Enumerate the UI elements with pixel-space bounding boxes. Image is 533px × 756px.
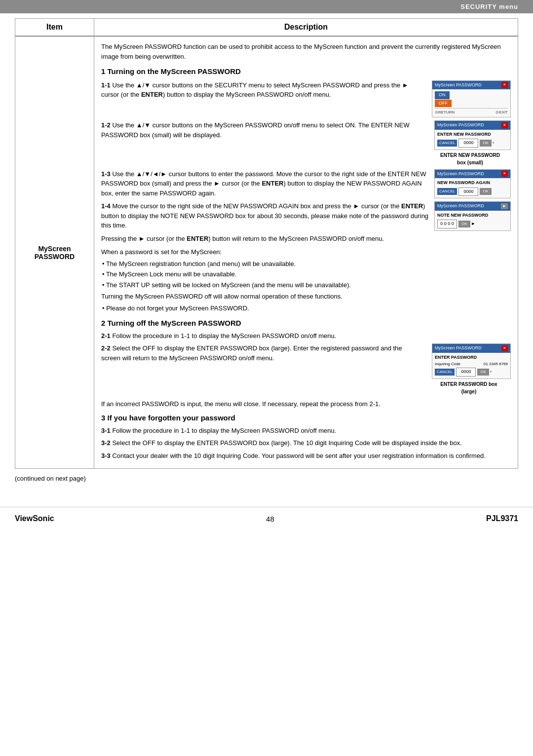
step3-3-text: 3-3 Contact your dealer with the 10 digi… (101, 451, 511, 461)
step1-1-desc: Use the ▲/▼ cursor buttons on the SECURI… (101, 81, 409, 99)
footer-page: 48 (266, 515, 274, 523)
step3-2-block: 3-2 Select the OFF to display the ENTER … (101, 438, 511, 448)
diagram4: MyScreen PASSWORD ► NOTE NEW PASSWORD 0 … (434, 201, 511, 231)
step1-2-prefix: 1-2 (101, 121, 112, 129)
bullet1: • The MyScreen registration function (an… (101, 259, 511, 269)
step3-1-text: 3-1 Follow the procedure in 1-1 to displ… (101, 426, 511, 436)
step1-3-desc: Use the ▲/▼/◄/► cursor buttons to enter … (101, 170, 426, 197)
step3-3-desc: Contact your dealer with the 10 digit In… (112, 452, 486, 459)
diag4-code: 0 0 0 0 (437, 220, 457, 228)
desc-cell: The MyScreen PASSWORD function can be us… (94, 37, 518, 468)
step2-1-desc: Follow the procedure in 1-1 to display t… (112, 332, 336, 340)
step3-2-prefix: 3-2 (101, 439, 112, 447)
diagram5-title: MyScreen PASSWORD ✕ (432, 344, 510, 353)
diagram2: MyScreen PASSWORD ✕ ENTER NEW PASSWORD C… (434, 120, 511, 150)
intro-text: The MyScreen PASSWORD function can be us… (101, 42, 511, 61)
diag2-cancel: CANCEL (437, 140, 457, 147)
step2-1-block: 2-1 Follow the procedure in 1-1 to displ… (101, 331, 511, 341)
diag3-label: NEW PASSWORD AGAIN (437, 180, 508, 187)
incorrect-password-note: If an incorrect PASSWORD is input, the m… (101, 399, 511, 409)
step2-1-text: 2-1 Follow the procedure in 1-1 to displ… (101, 331, 511, 341)
step1-2-block: 1-2 Use the ▲/▼ cursor buttons on the My… (101, 120, 511, 166)
page: SECURITY menu Item Description MyScreen … (0, 0, 533, 756)
step3-2-text: 3-2 Select the OFF to display the ENTER … (101, 438, 511, 448)
main-content: Item Description MyScreen PASSWORD The M… (0, 18, 533, 497)
bullet3: • The START UP setting will be locked on… (101, 280, 511, 290)
header-bar: SECURITY menu (0, 0, 533, 13)
table-header-row: Item Description (15, 19, 518, 37)
step1-4-desc: Move the cursor to the right side of the… (101, 202, 428, 229)
step1-1-text: 1-1 Use the ▲/▼ cursor buttons on the SE… (101, 80, 427, 118)
step1-3-prefix: 1-3 (101, 170, 112, 178)
diag3-code: 0000 (458, 188, 478, 196)
diag5-cancel: CANCEL (435, 369, 455, 376)
diagram5: MyScreen PASSWORD ✕ ENTER PASSWORD Inqui… (432, 343, 511, 379)
diag1-off: OFF (435, 100, 452, 108)
bullet4: • Please do not forget your MyScreen PAS… (101, 303, 511, 313)
step2-2-desc: Select the OFF to display the ENTER PASS… (101, 344, 402, 362)
table-body-row: MyScreen PASSWORD The MyScreen PASSWORD … (15, 37, 518, 468)
step1-4-block: 1-4 Move the cursor to the right side of… (101, 201, 511, 231)
step1-1-block: 1-1 Use the ▲/▼ cursor buttons on the SE… (101, 80, 511, 118)
diagram4-body: NOTE NEW PASSWORD 0 0 0 0 OK ► (435, 211, 510, 230)
step3-1-prefix: 3-1 (101, 427, 112, 434)
diag2-caption: ENTER NEW PASSWORDbox (small) (440, 151, 500, 166)
section1-heading: 1 Turning on the MyScreen PASSWORD (101, 66, 511, 77)
diag1-on: ON (435, 91, 450, 99)
diag3-input-row: CANCEL 0000 OK (437, 188, 508, 196)
step3-2-desc: Select the OFF to display the ENTER PASS… (112, 439, 461, 447)
step3-3-block: 3-3 Contact your dealer with the 10 digi… (101, 451, 511, 461)
diag5-ok: OK (477, 369, 489, 376)
diag3-cancel: CANCEL (437, 188, 457, 195)
step1-2-text: 1-2 Use the ▲/▼ cursor buttons on the My… (101, 120, 424, 166)
diagram3-body: NEW PASSWORD AGAIN CANCEL 0000 OK (435, 178, 510, 198)
step1-4-text: 1-4 Move the cursor to the right side of… (101, 201, 429, 231)
diag5-caption: ENTER PASSWORD box(large) (440, 380, 497, 395)
step3-1-block: 3-1 Follow the procedure in 1-1 to displ… (101, 426, 511, 436)
diag5-label: ENTER PASSWORD (435, 354, 508, 361)
step1-1-prefix: 1-1 (101, 81, 112, 89)
item-line2: PASSWORD (35, 253, 75, 261)
main-table: Item Description MyScreen PASSWORD The M… (15, 18, 518, 469)
section2-heading: 2 Turning off the MyScreen PASSWORD (101, 318, 511, 329)
bullet2: • The MyScreen Lock menu will be unavail… (101, 269, 511, 279)
step3-3-prefix: 3-3 (101, 452, 112, 459)
diagram3-title: MyScreen PASSWORD ✕ (435, 170, 510, 179)
diagram1-return-row: ⊙RETURN ⊙EXIT (435, 108, 508, 115)
header-title: SECURITY menu (460, 3, 518, 10)
diag4-ok: OK (458, 221, 470, 227)
step1-4-cont: Pressing the ► cursor (or the ENTER) but… (101, 234, 511, 244)
when-password: When a password is set for the MyScreen: (101, 247, 511, 257)
section3-heading: 3 If you have forgotten your password (101, 413, 511, 424)
diag5-inquiring-label: Inquiring Code (435, 361, 460, 367)
diagram1: MyScreen PASSWORD ✕ ON OFF (432, 80, 511, 118)
footer-bar: ViewSonic 48 PJL9371 (0, 507, 533, 530)
diag2-input-row: CANCEL 0000 OK › (437, 139, 508, 148)
diagram5-wrapper: MyScreen PASSWORD ✕ ENTER PASSWORD Inqui… (427, 343, 511, 395)
col-desc-header: Description (94, 19, 518, 36)
diagram1-title: MyScreen PASSWORD ✕ (432, 81, 510, 90)
diagram2-wrapper: MyScreen PASSWORD ✕ ENTER NEW PASSWORD C… (429, 120, 511, 166)
diagram5-body: ENTER PASSWORD Inquiring Code 01 2345 67… (432, 353, 510, 378)
step2-2-text: 2-2 Select the OFF to display the ENTER … (101, 343, 422, 395)
footer-model: PJL9371 (486, 514, 518, 523)
footer-brand: ViewSonic (15, 514, 54, 523)
item-line1: MyScreen (38, 245, 71, 253)
diagram1-body: ON OFF ⊙RETURN ⊙EXIT (432, 89, 510, 117)
step1-3-block: 1-3 Use the ▲/▼/◄/► cursor buttons to en… (101, 169, 511, 199)
continued-note: (continued on next page) (15, 475, 518, 482)
turning-off-note: Turning the MyScreen PASSWORD off will a… (101, 292, 511, 302)
diag2-code: 0000 (458, 139, 478, 148)
step1-4-prefix: 1-4 (101, 202, 112, 210)
diag5-field: 0000 (456, 368, 476, 377)
step1-3-text: 1-3 Use the ▲/▼/◄/► cursor buttons to en… (101, 169, 429, 199)
diagram2-body: ENTER NEW PASSWORD CANCEL 0000 OK › (435, 130, 510, 150)
diag5-code-val: 01 2345 6789 (484, 361, 508, 367)
diag2-ok: OK (480, 140, 492, 147)
col-item-header: Item (15, 19, 94, 36)
diag5-input-row: CANCEL 0000 OK › (435, 368, 508, 377)
bullet-list-1: • The MyScreen registration function (an… (101, 259, 511, 290)
diag5-inquiring-row: Inquiring Code 01 2345 6789 (435, 361, 508, 367)
step2-1-prefix: 2-1 (101, 332, 112, 340)
diagram2-title: MyScreen PASSWORD ✕ (435, 121, 510, 130)
